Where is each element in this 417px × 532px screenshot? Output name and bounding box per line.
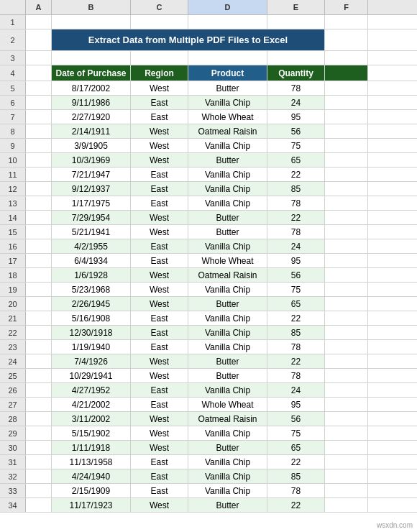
cell-20e[interactable]: 65 bbox=[267, 297, 325, 311]
cell-12e[interactable]: 85 bbox=[267, 182, 325, 196]
cell-16d[interactable]: Vanilla Chip bbox=[188, 239, 267, 253]
cell-31c[interactable]: East bbox=[131, 455, 188, 469]
cell-19d[interactable]: Vanilla Chip bbox=[188, 283, 267, 296]
cell-25f[interactable] bbox=[325, 369, 368, 382]
cell-13d[interactable]: Vanilla Chip bbox=[188, 196, 267, 210]
cell-34c[interactable]: West bbox=[131, 498, 188, 512]
col-header-a[interactable]: A bbox=[26, 0, 52, 14]
cell-34f[interactable] bbox=[325, 498, 368, 512]
cell-11b[interactable]: 7/21/1947 bbox=[52, 168, 131, 181]
cell-21f[interactable] bbox=[325, 311, 368, 325]
cell-12c[interactable]: East bbox=[131, 182, 188, 196]
col-header-e[interactable]: E bbox=[267, 0, 325, 14]
cell-1f[interactable] bbox=[325, 15, 368, 29]
cell-31f[interactable] bbox=[325, 455, 368, 469]
cell-12b[interactable]: 9/12/1937 bbox=[52, 182, 131, 196]
cell-13f[interactable] bbox=[325, 196, 368, 210]
cell-15d[interactable]: Butter bbox=[188, 225, 267, 239]
cell-28f[interactable] bbox=[325, 412, 368, 426]
cell-6b[interactable]: 9/11/1986 bbox=[52, 96, 131, 109]
cell-25b[interactable]: 10/29/1941 bbox=[52, 369, 131, 382]
cell-23b[interactable]: 1/19/1940 bbox=[52, 340, 131, 354]
cell-33d[interactable]: Vanilla Chip bbox=[188, 484, 267, 497]
cell-18b[interactable]: 1/6/1928 bbox=[52, 268, 131, 282]
cell-8f[interactable] bbox=[325, 124, 368, 138]
cell-21b[interactable]: 5/16/1908 bbox=[52, 311, 131, 325]
cell-20f[interactable] bbox=[325, 297, 368, 311]
cell-27d[interactable]: Whole Wheat bbox=[188, 398, 267, 411]
cell-15e[interactable]: 78 bbox=[267, 225, 325, 239]
cell-24a[interactable] bbox=[26, 354, 52, 368]
cell-30b[interactable]: 1/11/1918 bbox=[52, 441, 131, 454]
cell-32f[interactable] bbox=[325, 469, 368, 483]
cell-23c[interactable]: East bbox=[131, 340, 188, 354]
cell-5b[interactable]: 8/17/2002 bbox=[52, 81, 131, 95]
cell-14e[interactable]: 22 bbox=[267, 211, 325, 224]
cell-30c[interactable]: West bbox=[131, 441, 188, 454]
cell-18d[interactable]: Oatmeal Raisin bbox=[188, 268, 267, 282]
cell-24b[interactable]: 7/4/1926 bbox=[52, 354, 131, 368]
cell-6c[interactable]: East bbox=[131, 96, 188, 109]
cell-6e[interactable]: 24 bbox=[267, 96, 325, 109]
cell-32c[interactable]: East bbox=[131, 469, 188, 483]
col-header-c[interactable]: C bbox=[131, 0, 188, 14]
cell-32d[interactable]: Vanilla Chip bbox=[188, 469, 267, 483]
cell-29d[interactable]: Vanilla Chip bbox=[188, 426, 267, 440]
cell-10b[interactable]: 10/3/1969 bbox=[52, 153, 131, 167]
cell-15b[interactable]: 5/21/1941 bbox=[52, 225, 131, 239]
cell-10f[interactable] bbox=[325, 153, 368, 167]
cell-21c[interactable]: East bbox=[131, 311, 188, 325]
cell-17d[interactable]: Whole Wheat bbox=[188, 254, 267, 267]
cell-25c[interactable]: West bbox=[131, 369, 188, 382]
cell-22d[interactable]: Vanilla Chip bbox=[188, 326, 267, 339]
cell-3a[interactable] bbox=[26, 51, 52, 65]
cell-7c[interactable]: East bbox=[131, 110, 188, 124]
cell-22c[interactable]: East bbox=[131, 326, 188, 339]
cell-13c[interactable]: East bbox=[131, 196, 188, 210]
cell-8e[interactable]: 56 bbox=[267, 124, 325, 138]
cell-33a[interactable] bbox=[26, 484, 52, 497]
cell-10c[interactable]: West bbox=[131, 153, 188, 167]
cell-31a[interactable] bbox=[26, 455, 52, 469]
cell-29e[interactable]: 75 bbox=[267, 426, 325, 440]
cell-17a[interactable] bbox=[26, 254, 52, 267]
cell-23f[interactable] bbox=[325, 340, 368, 354]
cell-24d[interactable]: Butter bbox=[188, 354, 267, 368]
cell-17b[interactable]: 6/4/1934 bbox=[52, 254, 131, 267]
cell-16a[interactable] bbox=[26, 239, 52, 253]
cell-31d[interactable]: Vanilla Chip bbox=[188, 455, 267, 469]
cell-29a[interactable] bbox=[26, 426, 52, 440]
cell-34a[interactable] bbox=[26, 498, 52, 512]
cell-22a[interactable] bbox=[26, 326, 52, 339]
cell-33b[interactable]: 2/15/1909 bbox=[52, 484, 131, 497]
cell-11e[interactable]: 22 bbox=[267, 168, 325, 181]
cell-11a[interactable] bbox=[26, 168, 52, 181]
cell-11d[interactable]: Vanilla Chip bbox=[188, 168, 267, 181]
cell-23e[interactable]: 78 bbox=[267, 340, 325, 354]
cell-16e[interactable]: 24 bbox=[267, 239, 325, 253]
cell-3e[interactable] bbox=[267, 51, 325, 65]
cell-14d[interactable]: Butter bbox=[188, 211, 267, 224]
cell-20d[interactable]: Butter bbox=[188, 297, 267, 311]
cell-14b[interactable]: 7/29/1954 bbox=[52, 211, 131, 224]
cell-14a[interactable] bbox=[26, 211, 52, 224]
cell-1e[interactable] bbox=[267, 15, 325, 29]
cell-32a[interactable] bbox=[26, 469, 52, 483]
cell-15a[interactable] bbox=[26, 225, 52, 239]
cell-21e[interactable]: 22 bbox=[267, 311, 325, 325]
cell-26c[interactable]: East bbox=[131, 383, 188, 397]
cell-29c[interactable]: West bbox=[131, 426, 188, 440]
cell-9d[interactable]: Vanilla Chip bbox=[188, 139, 267, 152]
cell-33f[interactable] bbox=[325, 484, 368, 497]
cell-34b[interactable]: 11/17/1923 bbox=[52, 498, 131, 512]
cell-4a[interactable] bbox=[26, 65, 52, 81]
cell-9e[interactable]: 75 bbox=[267, 139, 325, 152]
cell-26f[interactable] bbox=[325, 383, 368, 397]
cell-18c[interactable]: West bbox=[131, 268, 188, 282]
cell-15c[interactable]: West bbox=[131, 225, 188, 239]
cell-2f[interactable] bbox=[325, 29, 368, 50]
cell-17c[interactable]: East bbox=[131, 254, 188, 267]
cell-7b[interactable]: 2/27/1920 bbox=[52, 110, 131, 124]
cell-20b[interactable]: 2/26/1945 bbox=[52, 297, 131, 311]
cell-13e[interactable]: 78 bbox=[267, 196, 325, 210]
